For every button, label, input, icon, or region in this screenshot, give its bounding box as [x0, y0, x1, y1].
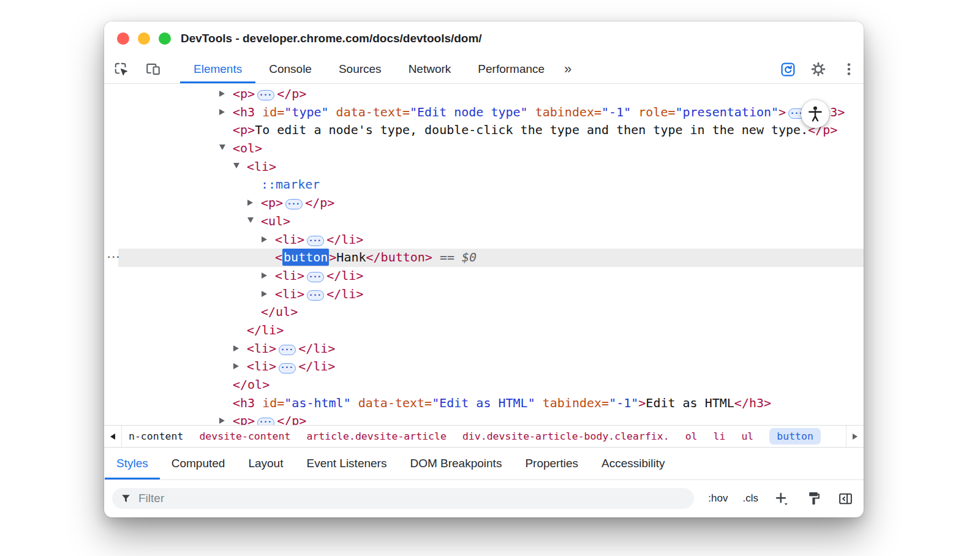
tree-row[interactable]: <h3 id="as-html" data-text="Edit as HTML… [104, 394, 864, 413]
window-title: DevTools - developer.chrome.com/docs/dev… [181, 32, 482, 45]
filter-input[interactable] [138, 492, 604, 505]
tab-elements[interactable]: Elements [180, 55, 255, 83]
devtools-window: DevTools - developer.chrome.com/docs/dev… [104, 21, 864, 517]
sidebar-tab-layout[interactable]: Layout [236, 448, 295, 479]
breadcrumb-item-button[interactable]: button [769, 428, 821, 445]
token-text: Edit as HTML [646, 396, 734, 410]
filter-field[interactable] [112, 488, 694, 509]
breadcrumb-item-article-devsite-article[interactable]: article.devsite-article [306, 430, 446, 442]
tree-row[interactable]: <ol> [104, 140, 864, 158]
tree-row[interactable]: <p>To edit a node's type, double-click t… [104, 121, 864, 140]
disclosure-right-icon[interactable] [262, 231, 275, 249]
sidebar-tab-accessibility[interactable]: Accessibility [590, 448, 676, 479]
token-tag: </ol> [233, 377, 270, 392]
breadcrumb-scroll-right-icon[interactable] [846, 426, 864, 447]
sidebar-tab-event-listeners[interactable]: Event Listeners [295, 448, 398, 479]
token-tag: <p> [233, 86, 255, 101]
disclosure-right-icon[interactable] [262, 267, 275, 285]
tree-row[interactable]: ::marker [104, 176, 864, 194]
expand-ellipsis-button[interactable]: ••• [257, 90, 274, 100]
device-toolbar-icon[interactable] [145, 61, 162, 78]
expand-ellipsis-button[interactable]: ••• [257, 418, 274, 425]
breadcrumb-scroll-left-icon[interactable] [104, 426, 122, 447]
breadcrumb-item-li[interactable]: li [714, 430, 726, 442]
token-tag: <li> [247, 359, 276, 374]
tree-row-selected[interactable]: •••<button>Hank</button> == $0 [104, 249, 864, 267]
toolbar-left-icons [113, 61, 162, 78]
token-tag: <li> [275, 287, 304, 301]
tree-row[interactable]: <p>•••</p> [104, 85, 864, 103]
disclosure-right-icon[interactable] [219, 412, 233, 425]
inspect-icon[interactable] [113, 61, 130, 78]
tree-row[interactable]: <li>•••</li> [104, 267, 864, 285]
disclosure-right-icon[interactable] [233, 358, 247, 376]
disclosure-right-icon[interactable] [247, 194, 261, 212]
breadcrumb-item-div-devsite-article-body-clearfix[interactable]: div.devsite-article-body.clearfix. [462, 430, 669, 442]
tab-sources[interactable]: Sources [325, 55, 395, 83]
expand-ellipsis-button[interactable]: ••• [279, 363, 296, 374]
zoom-window-button[interactable] [159, 32, 171, 45]
tree-row[interactable]: </li> [104, 321, 864, 340]
breadcrumb-item-ul[interactable]: ul [741, 430, 753, 442]
tree-row[interactable]: <h3 id="type" data-text="Edit node type"… [104, 103, 864, 122]
styles-filter-row: :hov .cls [104, 480, 864, 517]
sidebar-tab-styles[interactable]: Styles [105, 448, 160, 479]
token-tag: > [638, 396, 646, 410]
settings-icon[interactable] [810, 61, 827, 78]
disclosure-right-icon[interactable] [262, 285, 275, 304]
expand-ellipsis-button[interactable]: ••• [307, 290, 324, 301]
tab-console[interactable]: Console [255, 55, 325, 83]
row-actions-icon[interactable]: ••• [107, 249, 121, 267]
minimize-window-button[interactable] [138, 32, 150, 45]
sidebar-tab-computed[interactable]: Computed [160, 448, 237, 479]
toggle-sidebar-icon[interactable] [837, 490, 854, 507]
expand-ellipsis-button[interactable]: ••• [307, 272, 324, 282]
tree-row[interactable]: <li>•••</li> [104, 285, 864, 304]
tree-row[interactable]: </ol> [104, 376, 864, 394]
tab-performance[interactable]: Performance [464, 55, 558, 83]
expand-ellipsis-button[interactable]: ••• [279, 345, 296, 355]
tree-row[interactable]: <p>•••</p> [104, 194, 864, 212]
tree-row[interactable]: <li>•••</li> [104, 340, 864, 358]
expand-ellipsis-button[interactable]: ••• [285, 199, 303, 209]
token-tag: <li> [247, 159, 276, 174]
more-panels-icon[interactable]: » [564, 61, 571, 77]
tree-row[interactable]: <p>•••</p> [104, 412, 864, 425]
breadcrumb-item-devsite-content[interactable]: devsite-content [199, 430, 290, 442]
accessibility-person-icon [801, 100, 829, 128]
titlebar: DevTools - developer.chrome.com/docs/dev… [104, 21, 864, 55]
expand-ellipsis-button[interactable]: ••• [307, 236, 324, 246]
breadcrumb-item-ol[interactable]: ol [685, 430, 698, 442]
tree-row[interactable]: <ul> [104, 212, 864, 231]
token-val: "as-html" [284, 396, 350, 410]
token-text: Hank [336, 250, 366, 265]
disclosure-down-icon[interactable] [233, 158, 247, 176]
pseudo-state-toggle[interactable]: :hov [708, 492, 728, 505]
tab-network[interactable]: Network [395, 55, 465, 83]
disclosure-right-icon[interactable] [219, 103, 233, 122]
token-tag: </li> [326, 232, 363, 247]
disclosure-down-icon[interactable] [219, 140, 233, 158]
disclosure-right-icon[interactable] [233, 340, 247, 358]
tree-row[interactable]: <li>•••</li> [104, 231, 864, 249]
token-tag: </button> [366, 250, 432, 265]
token-sel[interactable]: button [282, 249, 329, 266]
sidebar-tab-properties[interactable]: Properties [513, 448, 590, 479]
refresh-icon[interactable] [779, 61, 796, 78]
disclosure-down-icon[interactable] [247, 212, 261, 231]
element-class-toggle[interactable]: .cls [743, 492, 759, 505]
token-tag: </p> [305, 195, 334, 210]
token-tag: <li> [275, 232, 304, 247]
breadcrumb-item-n-content[interactable]: n-content [129, 430, 183, 442]
sidebar-tab-dom-breakpoints[interactable]: DOM Breakpoints [398, 448, 513, 479]
tree-row[interactable]: <li> [104, 158, 864, 176]
more-options-icon[interactable] [840, 61, 858, 78]
disclosure-right-icon[interactable] [219, 85, 233, 103]
close-window-button[interactable] [117, 32, 129, 45]
token-val: "type" [284, 105, 328, 119]
new-style-rule-plus-icon[interactable] [773, 490, 790, 507]
format-paint-icon[interactable] [805, 490, 822, 507]
tree-row[interactable]: </ul> [104, 303, 864, 321]
token-dollar: $0 [462, 250, 477, 265]
tree-row[interactable]: <li>•••</li> [104, 358, 864, 376]
